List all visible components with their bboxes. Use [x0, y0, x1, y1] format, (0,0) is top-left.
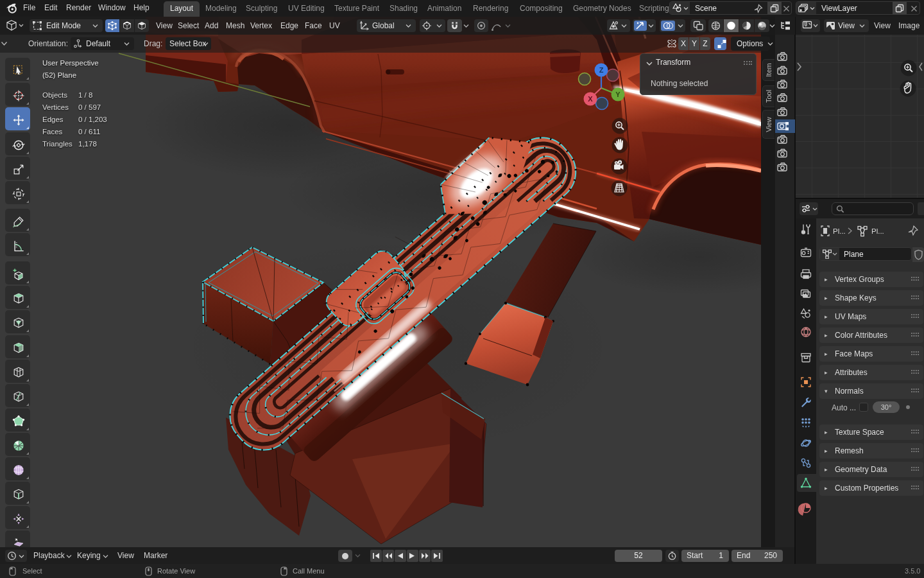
svg-text:X: X [588, 95, 593, 103]
svg-text:Pl...: Pl... [871, 227, 884, 235]
svg-text:Pl...: Pl... [833, 227, 846, 235]
svg-text:Y: Y [615, 91, 620, 98]
svg-text:Z: Z [599, 66, 604, 74]
